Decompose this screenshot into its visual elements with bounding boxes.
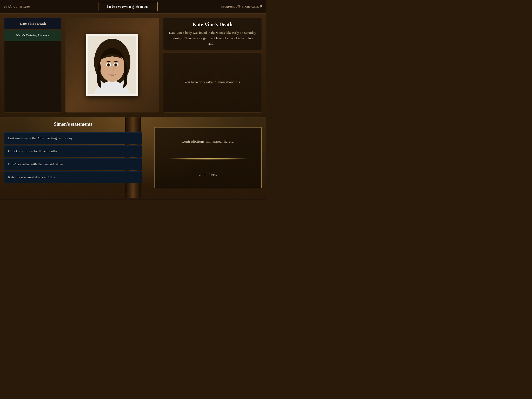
statement-text-1: Only known Kate for three months [8,149,57,153]
contradictions-top-text: Contradictions will appear here… [182,138,235,144]
top-bar: Friday, after 5pm. Interviewing Simon Pr… [0,0,266,14]
interview-title: Interviewing Simon [98,2,157,11]
statement-item-1[interactable]: Only known Kate for three months [4,145,142,157]
evidence-item-death[interactable]: Kate Vine's Death [4,18,61,30]
statement-item-3[interactable]: Kate often seemed drunk at Atlas [4,171,142,183]
portrait [88,36,136,94]
evidence-panel: Kate Vine's Death Kate's Driving Licence [4,18,61,112]
details-title-box: Kate Vine's Death Kate Vine's body was f… [163,18,262,50]
evidence-item-licence[interactable]: Kate's Driving Licence [4,30,61,41]
photo-panel [65,18,159,112]
svg-point-8 [108,64,109,65]
progress-text: Progress: 0% Phone calls: 0 [221,4,262,8]
evidence-label-death: Kate Vine's Death [20,22,46,25]
details-title: Kate Vine's Death [168,22,257,28]
datetime-text: Friday, after 5pm. [4,4,31,8]
photo-frame [86,34,138,96]
statement-item-0[interactable]: Last saw Kate at the Atlas meeting last … [4,132,142,144]
statement-text-2: Didn't socialise with Kate outside Atlas [8,162,63,166]
statement-item-2[interactable]: Didn't socialise with Kate outside Atlas [4,158,142,170]
evidence-label-licence: Kate's Driving Licence [16,33,49,37]
statement-text-0: Last saw Kate at the Atlas meeting last … [8,136,72,140]
action-bar: ⇐ Leave Simon ⇒ Interview Emma Jenks kno… [0,198,266,200]
progress-area: Progress: 0% Phone calls: 0 [198,4,266,9]
statement-text-3: Kate often seemed drunk at Atlas [8,175,55,179]
main-content: Kate Vine's Death Kate's Driving Licence [0,14,266,117]
contradictions-divider [169,158,247,159]
statements-title: Simon's statements [4,122,142,129]
svg-point-9 [115,64,117,65]
details-panel: Kate Vine's Death Kate Vine's body was f… [163,18,262,112]
datetime-label: Friday, after 5pm. [0,4,57,9]
bottom-section: Simon's statements Last saw Kate at the … [0,117,266,198]
details-description: Kate Vine's body was found in the woods … [168,30,257,46]
details-status-box: You have only asked Simon about this. [163,52,262,112]
title-area: Interviewing Simon [57,2,198,11]
contradictions-panel: Contradictions will appear here… …and he… [146,117,266,198]
statements-panel: Simon's statements Last saw Kate at the … [0,117,146,198]
contradictions-bottom-text: …and here. [199,172,217,177]
contradictions-box: Contradictions will appear here… …and he… [154,127,262,188]
details-status: You have only asked Simon about this. [184,79,241,85]
